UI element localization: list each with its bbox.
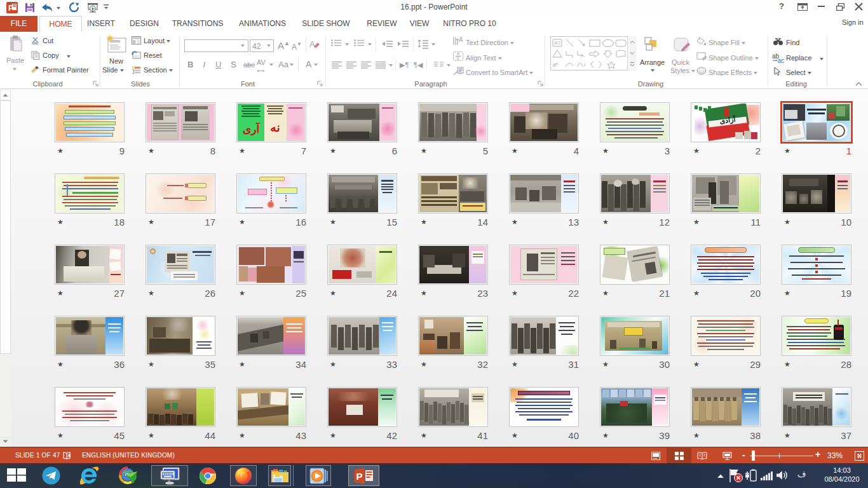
svg-text:P: P <box>356 471 363 482</box>
svg-text:A: A <box>554 40 558 46</box>
svg-text:A: A <box>459 36 463 43</box>
svg-text:A: A <box>309 39 315 49</box>
